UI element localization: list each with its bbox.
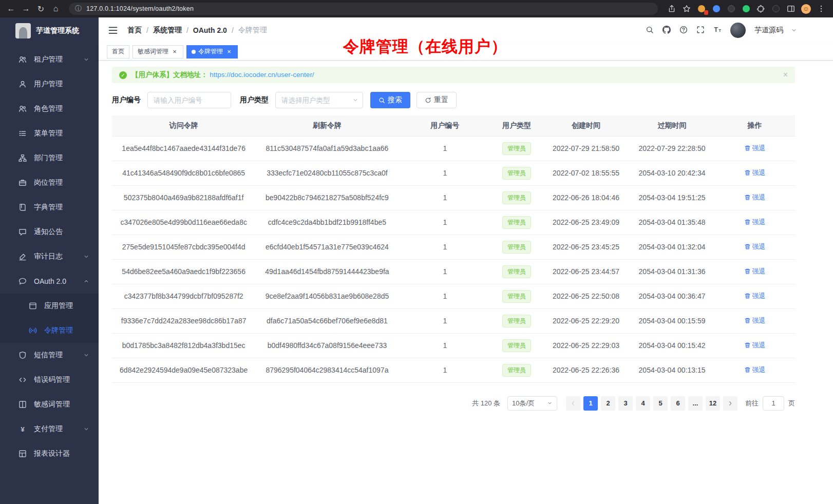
- sidebar-item-tenant[interactable]: 租户管理: [0, 47, 99, 72]
- sidebar-item-dict[interactable]: 字典管理: [0, 195, 99, 220]
- pagination-page-4[interactable]: 4: [636, 396, 650, 411]
- reset-button[interactable]: 重置: [416, 92, 457, 108]
- breadcrumb-item[interactable]: OAuth 2.0: [193, 26, 227, 34]
- sidebar-item-error-code[interactable]: 错误码管理: [0, 367, 99, 392]
- force-logout-button[interactable]: 强退: [744, 341, 766, 350]
- sidebar-item-user[interactable]: 用户管理: [0, 72, 99, 96]
- force-logout-button[interactable]: 强退: [744, 292, 766, 301]
- user-type-select[interactable]: [275, 92, 363, 108]
- tab-令牌管理[interactable]: 令牌管理×: [186, 45, 238, 59]
- tab-敏感词管理[interactable]: 敏感词管理×: [132, 45, 183, 59]
- force-logout-button[interactable]: 强退: [744, 218, 766, 227]
- pagination-page-2[interactable]: 2: [601, 396, 615, 411]
- extension-icon[interactable]: [712, 4, 721, 13]
- pagination-next-button[interactable]: [723, 396, 737, 411]
- force-logout-button[interactable]: 强退: [744, 267, 766, 276]
- page-size-select[interactable]: 10条/页: [507, 396, 557, 411]
- active-tab-dot: [192, 50, 196, 54]
- pagination-page-6[interactable]: 6: [671, 396, 685, 411]
- column-header: 访问令牌: [112, 115, 255, 136]
- force-logout-button[interactable]: 强退: [744, 193, 766, 202]
- bookmark-star-icon[interactable]: [682, 4, 691, 13]
- tab-label: 令牌管理: [198, 47, 223, 56]
- cell-create-time: 2022-06-25 23:44:57: [542, 259, 630, 284]
- browser-menu-icon[interactable]: [817, 4, 826, 13]
- user-avatar[interactable]: [730, 23, 746, 38]
- breadcrumb-item[interactable]: 首页: [127, 26, 142, 35]
- sidebar-item-role[interactable]: 角色管理: [0, 96, 99, 121]
- browser-reload-icon[interactable]: ↻: [34, 2, 48, 16]
- sidebar-item-notice[interactable]: 通知公告: [0, 220, 99, 244]
- pagination-prev-button[interactable]: [566, 396, 580, 411]
- sidebar-item-audit-log[interactable]: 审计日志: [0, 244, 99, 269]
- tab-close-icon[interactable]: ×: [171, 48, 178, 55]
- pagination-page-1[interactable]: 1: [583, 396, 598, 411]
- user-type-tag: 管理员: [502, 142, 531, 155]
- force-logout-button[interactable]: 强退: [744, 144, 766, 153]
- force-logout-button[interactable]: 强退: [744, 365, 766, 375]
- goto-page-input[interactable]: [763, 396, 784, 411]
- pagination-more-button[interactable]: ...: [688, 396, 703, 411]
- cell-action: 强退: [714, 308, 795, 333]
- extensions-puzzle-icon[interactable]: [756, 4, 766, 13]
- search-icon[interactable]: [646, 26, 655, 35]
- table-row: c347026e805e4d99b0d116eae66eda8ccdfc4ce9…: [112, 210, 795, 235]
- site-info-icon[interactable]: ⓘ: [75, 4, 82, 13]
- split-view-icon[interactable]: [786, 4, 796, 13]
- tab-label: 敏感词管理: [138, 47, 168, 56]
- extension-icon[interactable]: [771, 4, 781, 13]
- github-icon[interactable]: [662, 26, 672, 35]
- browser-back-icon[interactable]: ←: [4, 2, 18, 16]
- force-logout-button[interactable]: 强退: [744, 168, 766, 178]
- goto-label: 前往: [745, 399, 759, 408]
- sidebar-item-menu[interactable]: 菜单管理: [0, 121, 99, 146]
- main-area: 首页/系统管理/OAuth 2.0/令牌管理 TT 芋道源码 首页敏感词管理×令…: [99, 17, 833, 504]
- search-button[interactable]: 搜索: [370, 92, 410, 108]
- user-id-label: 用户编号: [112, 95, 141, 105]
- extension-icon[interactable]: [727, 4, 736, 13]
- user-type-select-input[interactable]: [275, 92, 363, 108]
- help-icon[interactable]: [679, 26, 689, 35]
- sidebar-item-pay[interactable]: ¥支付管理: [0, 417, 99, 441]
- pagination-page-12[interactable]: 12: [706, 396, 720, 411]
- app-logo[interactable]: 芋道管理系统: [0, 17, 99, 44]
- sidebar-item-post[interactable]: 岗位管理: [0, 170, 99, 195]
- layout-icon: [18, 450, 27, 458]
- sidebar-item-report-designer[interactable]: 报表设计器: [0, 441, 99, 466]
- breadcrumb-item[interactable]: 系统管理: [153, 26, 182, 35]
- sidebar-item-oauth2-token[interactable]: 令牌管理: [0, 318, 99, 343]
- app-icon: [29, 302, 37, 310]
- pagination-page-5[interactable]: 5: [653, 396, 668, 411]
- sidebar-item-dept[interactable]: 部门管理: [0, 146, 99, 170]
- browser-home-icon[interactable]: ⌂: [49, 2, 63, 16]
- sidebar-item-sensitive-word[interactable]: 敏感词管理: [0, 392, 99, 417]
- force-logout-button[interactable]: 强退: [744, 316, 766, 325]
- username[interactable]: 芋道源码: [754, 26, 783, 35]
- extension-icon[interactable]: [697, 4, 706, 13]
- address-bar[interactable]: ⓘ 127.0.0.1:1024/system/oauth2/token: [69, 3, 658, 15]
- sidebar-item-oauth2-app[interactable]: 应用管理: [0, 294, 99, 318]
- force-logout-button[interactable]: 强退: [744, 242, 766, 251]
- sidebar-item-sms[interactable]: 短信管理: [0, 343, 99, 367]
- sidebar-item-oauth2[interactable]: OAuth 2.0: [0, 269, 99, 294]
- sidebar-toggle-icon[interactable]: [108, 25, 119, 36]
- font-size-icon[interactable]: TT: [713, 26, 723, 35]
- user-menu-caret-icon[interactable]: [791, 27, 797, 33]
- doc-link[interactable]: https://doc.iocoder.cn/user-center/: [210, 71, 314, 79]
- filter-form: 用户编号 用户类型 搜索 重置: [112, 92, 795, 108]
- user-id-input[interactable]: [147, 92, 231, 108]
- pagination-page-3[interactable]: 3: [618, 396, 633, 411]
- user-type-tag: 管理员: [502, 290, 531, 303]
- fullscreen-icon[interactable]: [696, 26, 706, 35]
- extension-dot: [743, 5, 750, 12]
- extension-icon[interactable]: [742, 4, 751, 13]
- tab-close-icon[interactable]: ×: [225, 48, 233, 55]
- alert-close-icon[interactable]: ×: [783, 71, 788, 79]
- browser-forward-icon[interactable]: →: [19, 2, 33, 16]
- sidebar-item-label: 通知公告: [34, 227, 63, 237]
- cell-user-type: 管理员: [491, 308, 542, 333]
- share-icon[interactable]: [667, 4, 676, 13]
- tab-首页[interactable]: 首页: [107, 45, 129, 59]
- force-logout-label: 强退: [752, 292, 766, 301]
- browser-profile-avatar[interactable]: ☺: [801, 4, 811, 14]
